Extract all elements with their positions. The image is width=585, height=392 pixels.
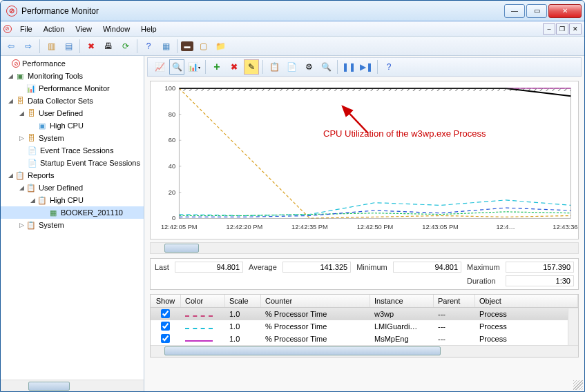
paste-button[interactable]: 📄	[284, 59, 299, 75]
chart-hscroll-thumb[interactable]	[164, 244, 199, 253]
col-show[interactable]: Show	[151, 295, 181, 307]
chart-help-button[interactable]: ?	[381, 59, 396, 75]
tree[interactable]: ⊘Performance ◢▣Monitoring Tools 📊Perform…	[1, 56, 144, 380]
tree-user-defined[interactable]: ◢🗄User Defined	[1, 107, 144, 119]
chart-area[interactable]: 02040608010012:42:05 PM12:42:20 PM12:42:…	[150, 81, 579, 239]
tree-monitoring-tools[interactable]: ◢▣Monitoring Tools	[1, 70, 144, 82]
tree-label: BOOKER_201110	[61, 208, 123, 217]
tree-startup-event[interactable]: 📄Startup Event Trace Sessions	[1, 157, 144, 169]
tree-label: High CPU	[50, 121, 84, 130]
counter-show-checkbox[interactable]	[161, 309, 170, 318]
min-value: 94.801	[393, 262, 461, 273]
counter-show-checkbox[interactable]	[161, 334, 170, 343]
properties-chart-button[interactable]: ⚙	[301, 59, 316, 75]
tree-reports-high-cpu[interactable]: ◢📋High CPU	[1, 194, 144, 206]
print-button[interactable]: 🖶	[101, 39, 116, 54]
mdi-minimize-button[interactable]: –	[543, 23, 555, 35]
toolbar-icon-3[interactable]: ▢	[195, 39, 211, 54]
view-current-button[interactable]: 🔍	[169, 59, 184, 75]
toolbar-folder-icon[interactable]: 📁	[213, 39, 228, 54]
counter-row[interactable]: 1.0% Processor TimeMsMpEng---Process	[151, 333, 578, 345]
tree-data-collector-sets[interactable]: ◢🗄Data Collector Sets	[1, 95, 144, 107]
col-instance[interactable]: Instance	[370, 295, 434, 307]
counter-object: Process	[475, 322, 578, 331]
tree-event-trace[interactable]: 📄Event Trace Sessions	[1, 144, 144, 157]
counter-row[interactable]: 1.0% Processor Timew3wp---Process	[151, 308, 578, 320]
help-button[interactable]: ?	[141, 39, 156, 54]
counter-color-swatch	[185, 328, 213, 329]
close-button[interactable]: ✕	[548, 4, 582, 18]
minimize-button[interactable]: —	[504, 4, 525, 18]
counter-hscroll-thumb[interactable]	[164, 346, 441, 355]
tree-hscroll-thumb[interactable]	[28, 382, 70, 391]
delete-button[interactable]: ✖	[84, 39, 99, 54]
tree-label: Data Collector Sets	[28, 97, 93, 105]
refresh-button[interactable]: ⟳	[118, 39, 133, 54]
remove-counter-button[interactable]: ✖	[227, 59, 242, 75]
menu-help[interactable]: Help	[135, 23, 162, 35]
svg-text:12:43:05 PM: 12:43:05 PM	[422, 224, 459, 231]
svg-text:12:42:05 PM: 12:42:05 PM	[161, 224, 198, 231]
view-log-button[interactable]: 📈	[152, 59, 167, 75]
update-button[interactable]: ▶❚	[358, 59, 374, 75]
menu-file[interactable]: File	[15, 23, 38, 35]
tree-reports[interactable]: ◢📋Reports	[1, 169, 144, 182]
chart-hscroll[interactable]	[150, 242, 579, 254]
tree-label: User Defined	[39, 109, 83, 117]
tree-performance-monitor[interactable]: 📊Performance Monitor	[1, 82, 144, 95]
tree-root[interactable]: ⊘Performance	[1, 57, 144, 70]
tree-reports-user-defined[interactable]: ◢📋User Defined	[1, 182, 144, 194]
tree-reports-system[interactable]: ▷📋System	[1, 219, 144, 231]
counter-parent: ---	[434, 334, 475, 344]
menu-window[interactable]: Window	[97, 23, 135, 35]
app-icon: ⊘	[6, 6, 17, 17]
counter-row[interactable]: 1.0% Processor TimeLMIGuardi…---Process	[151, 320, 578, 333]
col-object[interactable]: Object	[475, 295, 578, 307]
properties-button[interactable]: ▤	[61, 39, 76, 54]
svg-text:80: 80	[169, 111, 175, 118]
zoom-button[interactable]: 🔍	[318, 59, 334, 75]
max-value: 157.390	[506, 262, 574, 273]
col-counter[interactable]: Counter	[261, 295, 370, 307]
tree-high-cpu[interactable]: ▣High CPU	[1, 119, 144, 132]
col-parent[interactable]: Parent	[434, 295, 475, 307]
back-button[interactable]: ⇦	[3, 39, 19, 54]
toolbar-icon-2[interactable]: ▬	[181, 41, 193, 51]
col-color[interactable]: Color	[181, 295, 225, 307]
tree-label: Monitoring Tools	[28, 72, 83, 80]
toolbar-icon-1[interactable]: ▦	[158, 39, 173, 54]
tree-system[interactable]: ▷🗄System	[1, 132, 144, 144]
counter-hscroll[interactable]	[151, 345, 578, 357]
counter-vscroll[interactable]	[568, 308, 578, 345]
show-hide-tree-button[interactable]: ▥	[44, 39, 59, 54]
svg-text:12:42:20 PM: 12:42:20 PM	[227, 224, 263, 231]
forward-button[interactable]: ⇨	[21, 39, 36, 54]
chart-type-button[interactable]: 📊▾	[186, 59, 202, 75]
menu-action[interactable]: Action	[38, 23, 70, 35]
highlight-button[interactable]: ✎	[244, 59, 259, 75]
svg-text:0: 0	[172, 215, 175, 222]
last-label: Last	[155, 263, 169, 271]
counter-instance: LMIGuardi…	[370, 322, 434, 331]
col-scale[interactable]: Scale	[225, 295, 261, 307]
add-counter-button[interactable]: +	[209, 59, 224, 75]
mdi-restore-button[interactable]: ❐	[556, 23, 568, 35]
counter-instance: MsMpEng	[370, 334, 434, 344]
counter-body[interactable]: 1.0% Processor Timew3wp---Process1.0% Pr…	[151, 308, 578, 345]
copy-button[interactable]: 📋	[267, 59, 282, 75]
resize-grip[interactable]	[573, 380, 583, 390]
counter-name: % Processor Time	[261, 309, 370, 319]
tree-label: Event Trace Sessions	[40, 146, 113, 155]
tree-report-booker[interactable]: ▦BOOKER_201110	[1, 206, 144, 219]
tree-hscroll[interactable]	[1, 380, 144, 391]
menu-view[interactable]: View	[70, 23, 97, 35]
titlebar[interactable]: ⊘ Performance Monitor — ▭ ✕	[1, 1, 584, 21]
maximize-button[interactable]: ▭	[526, 4, 547, 18]
counter-header[interactable]: Show Color Scale Counter Instance Parent…	[151, 295, 578, 308]
counter-show-checkbox[interactable]	[161, 322, 170, 331]
mdi-close-button[interactable]: ✕	[569, 23, 582, 35]
freeze-button[interactable]: ❚❚	[341, 59, 356, 75]
last-value: 94.801	[175, 262, 243, 273]
svg-text:40: 40	[169, 163, 175, 170]
counter-object: Process	[475, 309, 578, 319]
